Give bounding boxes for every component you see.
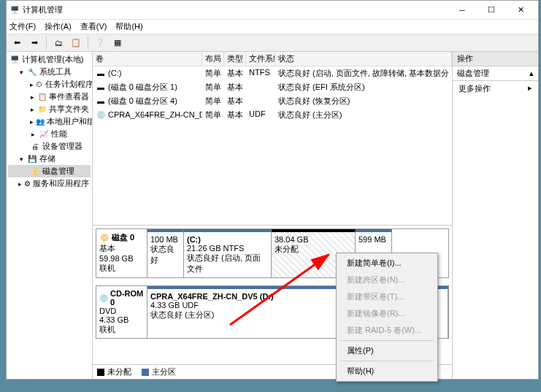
tree-task-scheduler[interactable]: ▸⏲任务计划程序 <box>8 78 91 91</box>
tree-services[interactable]: ▸⚙服务和应用程序 <box>8 177 91 190</box>
tree-system-tools[interactable]: ▾🔧系统工具 <box>8 66 91 78</box>
separator <box>88 36 88 50</box>
volume-row[interactable]: ▬ (C:)简单基本NTFS状态良好 (启动, 页面文件, 故障转储, 基本数据… <box>93 66 452 80</box>
scheduler-icon: ⏲ <box>36 80 43 90</box>
chevron-right-icon: ▸ <box>528 83 532 94</box>
tree-storage[interactable]: ▾💾存储 <box>8 153 91 165</box>
computer-management-window: 🖥️ 计算机管理 ─ ☐ ✕ 文件(F) 操作(A) 查看(V) 帮助(H) ⬅… <box>6 0 539 380</box>
tree-event-viewer[interactable]: ▸📋事件查看器 <box>8 91 91 103</box>
expand-icon[interactable]: ▸ <box>30 93 36 100</box>
app-icon: 🖥️ <box>9 5 20 15</box>
users-icon: 👥 <box>36 117 45 127</box>
close-button[interactable]: ✕ <box>506 1 535 19</box>
disk-icon: 📀 <box>30 166 40 177</box>
tree-shared-folders[interactable]: ▸📁共享文件夹 <box>8 103 91 115</box>
storage-icon: 💾 <box>27 154 37 164</box>
expand-icon[interactable]: ▸ <box>30 131 37 137</box>
drive-icon: ▬ <box>96 68 106 78</box>
actions-pane: 操作 磁盘管理▴ 更多操作▸ <box>453 52 538 379</box>
collapse-icon[interactable]: ▴ <box>529 69 534 78</box>
col-volume[interactable]: 卷 <box>93 52 202 66</box>
perf-icon: 📈 <box>39 129 49 139</box>
volume-row[interactable]: ▬ (磁盘 0 磁盘分区 1)简单基本状态良好 (EFI 系统分区) <box>93 80 452 94</box>
show-hide-icon[interactable]: 🗂 <box>51 36 66 50</box>
forward-icon[interactable]: ➡ <box>27 36 42 50</box>
tree-pane[interactable]: 🖥️计算机管理(本地) ▾🔧系统工具 ▸⏲任务计划程序 ▸📋事件查看器 ▸📁共享… <box>7 52 93 379</box>
event-icon: 📋 <box>38 92 47 102</box>
expand-icon[interactable]: ▸ <box>30 81 34 88</box>
menu-separator <box>341 340 433 341</box>
col-filesystem[interactable]: 文件系统 <box>246 52 275 66</box>
actions-header: 操作 <box>453 52 538 66</box>
legend-swatch-primary <box>142 369 149 376</box>
disc-icon: 💿 <box>96 109 106 120</box>
volume-row[interactable]: 💿 CPRA_X64FRE_ZH-CN_DV5 (D:)简单基本UDF状态良好 … <box>93 108 452 122</box>
menu-view[interactable]: 查看(V) <box>80 21 107 32</box>
tools-icon: 🔧 <box>27 67 37 77</box>
volume-header: 卷 布局 类型 文件系统 状态 <box>93 52 452 66</box>
menu-new-raid5-volume: 新建 RAID-5 卷(W)... <box>338 322 436 339</box>
refresh-icon[interactable]: 📋 <box>69 36 83 50</box>
disk-icon: 📀 <box>99 233 110 243</box>
menu-new-striped-volume: 新建带区卷(T)... <box>338 288 436 305</box>
menu-help[interactable]: 帮助(H) <box>338 363 436 380</box>
menu-help[interactable]: 帮助(H) <box>115 21 142 32</box>
folder-icon: 📁 <box>38 104 47 115</box>
menu-action[interactable]: 操作(A) <box>45 21 72 32</box>
col-type[interactable]: 类型 <box>224 52 246 66</box>
actions-subheader: 磁盘管理▴ <box>453 66 538 81</box>
partition-c[interactable]: (C:) 21.26 GB NTFS 状态良好 (启动, 页面文件 <box>184 229 272 277</box>
disk-0-label[interactable]: 📀磁盘 0 基本 59.98 GB 联机 <box>96 229 147 277</box>
collapse-icon[interactable]: ▾ <box>18 69 25 75</box>
tree-performance[interactable]: ▸📈性能 <box>8 128 91 140</box>
menu-separator <box>341 361 433 361</box>
volume-list[interactable]: 卷 布局 类型 文件系统 状态 ▬ (C:)简单基本NTFS状态良好 (启动, … <box>93 52 452 226</box>
menu-new-simple-volume[interactable]: 新建简单卷(I)... <box>338 255 436 272</box>
list-icon[interactable]: ▦ <box>110 36 125 50</box>
window-title: 计算机管理 <box>20 4 448 15</box>
expand-icon[interactable]: ▸ <box>18 180 22 187</box>
device-icon: 🖨 <box>30 142 40 152</box>
menu-properties[interactable]: 属性(P) <box>338 342 436 359</box>
col-status[interactable]: 状态 <box>275 52 452 66</box>
menu-file[interactable]: 文件(F) <box>9 21 36 32</box>
menubar: 文件(F) 操作(A) 查看(V) 帮助(H) <box>7 20 538 34</box>
tree-local-users[interactable]: ▸👥本地用户和组 <box>8 115 91 128</box>
toolbar: ⬅ ➡ 🗂 📋 ❔ ▦ <box>7 34 538 52</box>
expand-icon[interactable]: ▸ <box>30 106 36 112</box>
tree-disk-management[interactable]: 📀磁盘管理 <box>8 165 91 177</box>
col-layout[interactable]: 布局 <box>202 52 224 66</box>
minimize-button[interactable]: ─ <box>448 1 477 19</box>
context-menu: 新建简单卷(I)... 新建跨区卷(N)... 新建带区卷(T)... 新建镜像… <box>336 253 438 382</box>
titlebar: 🖥️ 计算机管理 ─ ☐ ✕ <box>7 1 538 20</box>
disc-icon: 💿 <box>99 293 108 303</box>
collapse-icon[interactable]: ▾ <box>18 155 25 162</box>
separator <box>46 36 47 50</box>
computer-icon: 🖥️ <box>9 55 20 65</box>
drive-icon: ▬ <box>96 96 106 107</box>
menu-new-mirrored-volume: 新建镜像卷(R)... <box>338 305 436 322</box>
cdrom-0-label[interactable]: 💿CD-ROM 0 DVD 4.33 GB 联机 <box>96 286 147 338</box>
tree-root[interactable]: 🖥️计算机管理(本地) <box>8 53 91 66</box>
partition-efi[interactable]: 100 MB 状态良好 <box>147 229 184 277</box>
expand-icon[interactable]: ▸ <box>30 118 34 125</box>
maximize-button[interactable]: ☐ <box>477 1 506 19</box>
legend-swatch-unallocated <box>97 369 104 376</box>
volume-row[interactable]: ▬ (磁盘 0 磁盘分区 4)简单基本状态良好 (恢复分区) <box>93 94 452 108</box>
back-icon[interactable]: ⬅ <box>9 36 24 50</box>
tree-device-manager[interactable]: 🖨设备管理器 <box>8 140 91 153</box>
drive-icon: ▬ <box>96 82 106 93</box>
actions-more[interactable]: 更多操作▸ <box>453 81 538 96</box>
menu-new-spanned-volume: 新建跨区卷(N)... <box>338 272 436 288</box>
services-icon: ⚙ <box>24 179 31 189</box>
help-icon[interactable]: ❔ <box>93 36 107 50</box>
